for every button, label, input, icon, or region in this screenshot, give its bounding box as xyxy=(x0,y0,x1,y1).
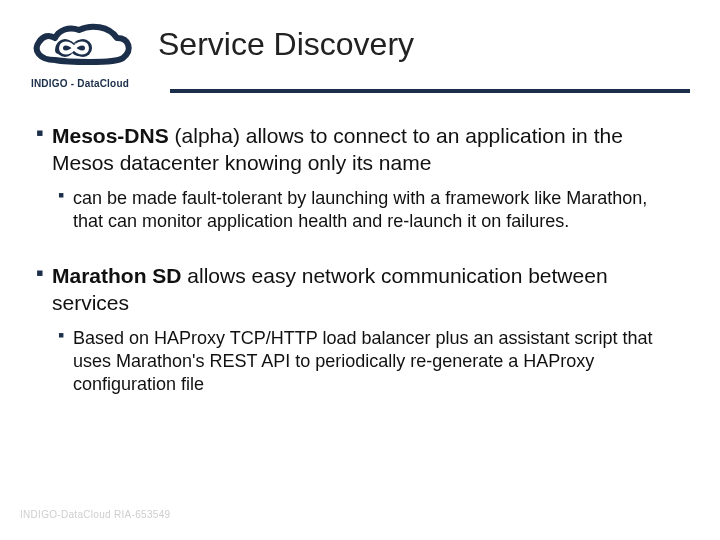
slide-header: INDIGO - DataCloud Service Discovery xyxy=(20,20,690,89)
bullet-marker-icon: ▪ xyxy=(36,123,46,143)
slide-title: Service Discovery xyxy=(158,26,414,63)
logo-caption: INDIGO - DataCloud xyxy=(31,78,129,89)
bullet-level-1: ▪ Mesos-DNS (alpha) allows to connect to… xyxy=(36,123,682,177)
bullet-marker-icon: ▪ xyxy=(58,327,67,344)
spacer xyxy=(36,233,682,249)
slide: INDIGO - DataCloud Service Discovery ▪ M… xyxy=(0,0,720,540)
bullet-bold: Marathon SD xyxy=(52,264,182,287)
logo-block: INDIGO - DataCloud xyxy=(20,20,140,89)
bullet-level-1: ▪ Marathon SD allows easy network commun… xyxy=(36,263,682,317)
infinity-cloud-icon xyxy=(25,20,135,76)
bullet-text: Marathon SD allows easy network communic… xyxy=(52,263,682,317)
bullet-marker-icon: ▪ xyxy=(58,187,67,204)
bullet-text: can be made fault-tolerant by launching … xyxy=(73,187,682,233)
bullet-text: Based on HAProxy TCP/HTTP load balancer … xyxy=(73,327,682,396)
bullet-bold: Mesos-DNS xyxy=(52,124,169,147)
title-underline xyxy=(170,89,690,93)
slide-content: ▪ Mesos-DNS (alpha) allows to connect to… xyxy=(20,123,690,396)
bullet-level-2: ▪ Based on HAProxy TCP/HTTP load balance… xyxy=(36,327,682,396)
bullet-marker-icon: ▪ xyxy=(36,263,46,283)
bullet-text: Mesos-DNS (alpha) allows to connect to a… xyxy=(52,123,682,177)
slide-footer: INDIGO-DataCloud RIA-653549 xyxy=(20,509,170,520)
bullet-level-2: ▪ can be made fault-tolerant by launchin… xyxy=(36,187,682,233)
